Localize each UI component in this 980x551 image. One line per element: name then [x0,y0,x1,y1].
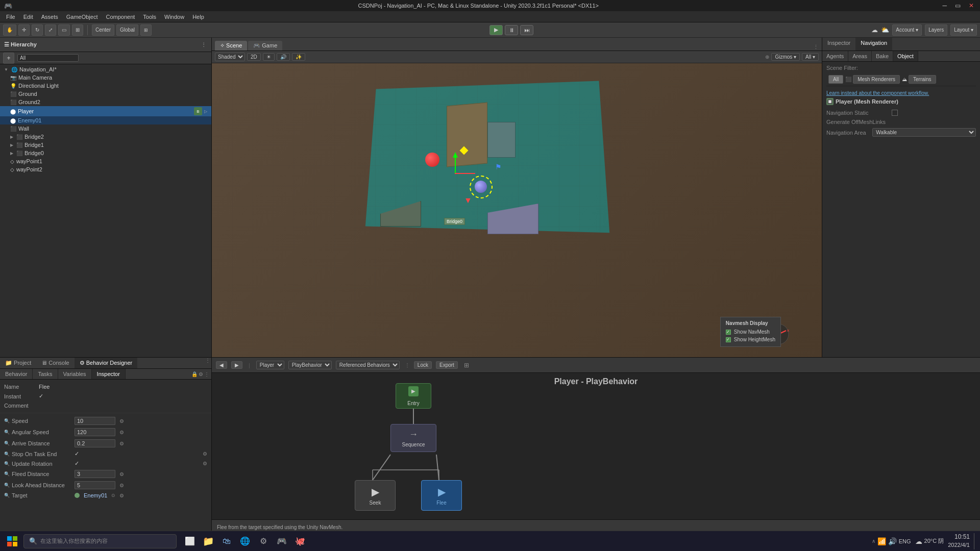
arrive-distance-link-icon[interactable]: ⚙ [119,441,124,446]
lock-icon[interactable]: 🔒 [191,371,198,377]
hand-tool[interactable]: ✋ [3,24,16,36]
game-tab[interactable]: 🎮 Game [248,41,282,51]
2d-toggle[interactable]: 2D [247,53,261,61]
scene-panel-icon[interactable]: ⋮ [813,44,819,51]
behavior-tab-variables[interactable]: Variables [58,369,92,379]
nav-tab-bake[interactable]: Bake [872,51,893,61]
behavior-tab-tasks[interactable]: Tasks [33,369,58,379]
angular-speed-link-icon[interactable]: ⚙ [119,430,124,435]
store-icon[interactable]: 🛍 [218,533,235,549]
filter-mesh-btn[interactable]: Mesh Renderers [853,75,900,84]
menu-help[interactable]: Help [188,13,208,21]
light-toggle[interactable]: ☀ [263,53,275,61]
update-link-icon[interactable]: ⚙ [203,461,207,466]
step-button[interactable]: ⏭ [520,25,533,35]
speed-link-icon[interactable]: ⚙ [119,418,124,424]
hierarchy-item-bridge2[interactable]: ▶ ⬛ Bridge2 [0,133,211,141]
tab-inspector[interactable]: Inspector [822,38,855,51]
nav-tab-areas[interactable]: Areas [848,51,872,61]
hierarchy-item-maincamera[interactable]: 📷 Main Camera [0,73,211,82]
edge-icon[interactable]: 🌐 [237,533,253,549]
bd-node-entry[interactable]: ▶ Entry [396,383,431,409]
bd-behavior-select[interactable]: PlayBehavior [288,361,332,369]
hierarchy-item-bridge0[interactable]: ▶ ⬛ Bridge0 [0,149,211,157]
all-button[interactable]: All ▾ [802,53,819,61]
bd-node-seek[interactable]: ▶ Seek [355,480,396,511]
nav-static-checkbox[interactable] [892,110,898,116]
scene-tab[interactable]: ✧ Scene [215,41,247,51]
rotate-tool[interactable]: ↻ [32,24,43,36]
shading-select[interactable]: Shaded [215,53,245,61]
fx-toggle[interactable]: ✨ [292,53,305,61]
menu-window[interactable]: Window [160,13,188,21]
tab-navigation[interactable]: Navigation [855,38,892,51]
hierarchy-item-root[interactable]: ▼ 🌐 Navigation_AI* [0,65,211,73]
show-navmesh-checkbox[interactable]: ✓ [726,330,731,335]
target-link-icon[interactable]: ⚙ [119,493,124,498]
look-ahead-input[interactable] [75,481,115,489]
bd-expand-icon[interactable]: ⊞ [464,362,469,369]
bd-referenced-select[interactable]: Referenced Behaviors [336,361,400,369]
show-heightmesh-checkbox[interactable]: ✓ [726,337,731,342]
menu-assets[interactable]: Assets [37,13,62,21]
stop-link-icon[interactable]: ⚙ [203,451,207,457]
pivot-toggle[interactable]: Center [92,24,114,36]
audio-toggle[interactable]: 🔊 [277,53,290,61]
layout-dropdown[interactable]: Layout ▾ [950,24,977,36]
settings-icon[interactable]: ⚙ [255,533,272,549]
behavior-designer-tab-btn[interactable]: ⚙ Behavior Designer [75,358,138,368]
task-view-button[interactable]: ⬜ [182,533,198,549]
hierarchy-item-dirlight[interactable]: 💡 Directional Light [0,82,211,90]
windows-start-button[interactable] [4,533,20,549]
hierarchy-item-waypoint1[interactable]: ◇ wayPoint1 [0,157,211,165]
behavior-tab-inspector[interactable]: Inspector [92,369,126,379]
filter-terrain-btn[interactable]: Terrains [909,75,936,84]
hierarchy-item-enemy01[interactable]: ⬤ Enemy01 [0,116,211,124]
minimize-button[interactable]: ─ [940,2,949,9]
menu-edit[interactable]: Edit [19,13,37,21]
tray-expand-icon[interactable]: ∧ [872,538,875,544]
nav-tab-agents[interactable]: Agents [822,51,848,61]
hierarchy-item-player[interactable]: ⬤ Player B ▷ [0,106,211,116]
hierarchy-search-input[interactable] [17,54,79,62]
target-select-icon[interactable]: ⊙ [111,493,115,498]
nav-area-select[interactable]: Walkable Not Walkable Jump [872,128,976,137]
panel-menu-icon[interactable]: ⋮ [204,358,211,368]
grid-toggle[interactable]: ⊞ [140,24,152,36]
hierarchy-item-ground[interactable]: ⬛ Ground [0,90,211,98]
play-button[interactable]: ▶ [489,25,503,35]
hierarchy-item-wall[interactable]: ⬛ Wall [0,124,211,133]
bd-lock-button[interactable]: Lock [414,361,432,369]
taskbar-search-bar[interactable]: 🔍 在这里输入你想搜索的内容 [23,534,177,548]
fleed-distance-input[interactable] [75,470,115,478]
scene-viewport[interactable]: ▼ ⚑ Bridge2 Bridge0 Bridge1 [212,63,822,357]
component-workflow-link[interactable]: Learn instead about the component workfl… [826,90,976,96]
scale-tool[interactable]: ⤢ [45,24,56,36]
more-icon[interactable]: ⋮ [204,371,209,377]
layers-dropdown[interactable]: Layers [925,24,947,36]
account-dropdown[interactable]: Account ▾ [892,24,922,36]
bd-node-flee[interactable]: ▶ Flee [421,480,462,511]
menu-gameobject[interactable]: GameObject [62,13,102,21]
arrive-distance-input[interactable] [75,439,115,447]
hierarchy-item-ground2[interactable]: ⬛ Ground2 [0,98,211,106]
nav-tab-object[interactable]: Object [893,51,918,61]
behavior-tab-behavior[interactable]: Behavior [0,369,33,379]
fleed-link-icon[interactable]: ⚙ [119,471,124,477]
look-link-icon[interactable]: ⚙ [119,483,124,488]
unity-icon[interactable]: 🎮 [274,533,290,549]
move-tool[interactable]: ✛ [18,24,30,36]
bd-export-button[interactable]: Export [436,361,458,369]
angular-speed-input[interactable] [75,428,115,436]
bd-options-icon[interactable]: ⋮ [405,362,410,368]
file-explorer-icon[interactable]: 📁 [200,533,216,549]
bd-canvas[interactable]: Player - PlayBehavior ▶ [212,373,980,519]
hierarchy-item-bridge1[interactable]: ▶ ⬛ Bridge1 [0,141,211,149]
hierarchy-add-button[interactable]: + [3,53,14,64]
restore-button[interactable]: ▭ [953,2,963,9]
bd-next-button[interactable]: ▶ [231,361,242,369]
gear-icon[interactable]: ⚙ [199,371,203,377]
bd-node-sequence[interactable]: → Sequence [390,424,436,452]
filter-all-btn[interactable]: All [828,75,843,84]
close-button[interactable]: ✕ [967,2,976,9]
